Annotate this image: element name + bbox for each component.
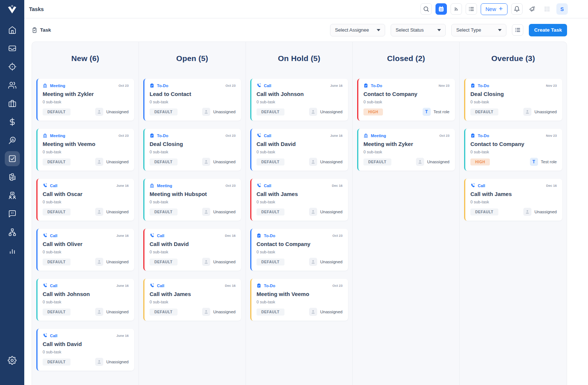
card-bottom-row: DEFAULT Unassigned (43, 208, 129, 216)
assignee-label: Unassigned (320, 310, 343, 314)
call-type-icon (43, 233, 47, 238)
sidebar-item-settings[interactable] (0, 351, 24, 370)
priority-badge: DEFAULT (470, 208, 498, 215)
task-card[interactable]: To-Do Nov 23 Contact to Company 0 sub-ta… (464, 129, 562, 171)
list-view-button[interactable] (512, 24, 523, 36)
kanban-column-new: New (6) Meeting Oct 23 Meeting with Zykl… (32, 42, 139, 385)
task-card[interactable]: To-Do Oct 23 Deal Closing 0 sub-task DEF… (143, 129, 241, 171)
task-type-label: To-Do (150, 133, 168, 138)
search-chart-icon (8, 136, 17, 145)
sidebar-item-meeting-users[interactable] (0, 186, 24, 204)
person-icon (309, 308, 317, 316)
person-icon (202, 308, 210, 316)
kanban-board: New (6) Meeting Oct 23 Meeting with Zykl… (32, 42, 567, 385)
sidebar-item-home[interactable] (0, 21, 24, 39)
create-task-button[interactable]: Create Task (529, 24, 567, 36)
user-avatar[interactable]: S (556, 3, 568, 15)
assignee-label: Unassigned (106, 360, 129, 364)
calendar-button[interactable] (435, 3, 447, 15)
sidebar-item-users[interactable] (0, 76, 24, 94)
column-header: New (6) (32, 42, 139, 63)
new-button[interactable]: New + (481, 3, 508, 15)
sidebar-item-comment[interactable] (0, 204, 24, 223)
signal-button[interactable] (451, 3, 462, 15)
task-card[interactable]: Meeting Oct 23 Meeting with Veemo 0 sub-… (36, 129, 134, 171)
subtask-count: 0 sub-task (470, 200, 557, 204)
plus-icon: + (499, 5, 503, 12)
person-icon (95, 108, 103, 116)
task-card[interactable]: To-Do Oct 23 Lead to Contact 0 sub-task … (143, 79, 241, 121)
subtask-count: 0 sub-task (43, 200, 129, 204)
list-button[interactable] (466, 3, 477, 15)
task-card[interactable]: Call June 16 Call with Johnson 0 sub-tas… (250, 79, 348, 121)
task-card[interactable]: Call Dec 16 Call with James 0 sub-task D… (464, 179, 562, 221)
assignee-label: Unassigned (106, 210, 129, 214)
assignee-filter-select[interactable]: Select Assignee (330, 24, 385, 36)
subtask-count: 0 sub-task (257, 200, 343, 204)
sidebar-item-target[interactable] (0, 57, 24, 76)
card-top-row: Call Dec 16 (470, 183, 557, 188)
apps-grid-button[interactable] (541, 3, 553, 15)
assignee: Unassigned (202, 258, 236, 266)
sidebar-item-search-chart[interactable] (0, 131, 24, 149)
assignee-label: Unassigned (106, 160, 129, 164)
priority-badge: DEFAULT (43, 158, 71, 165)
task-card[interactable]: To-Do Nov 23 Deal Closing 0 sub-task DEF… (464, 79, 562, 121)
notifications-button[interactable] (511, 3, 523, 15)
task-title: Contact to Company (470, 141, 557, 147)
assignee: Unassigned (202, 108, 236, 116)
task-card[interactable]: Meeting Oct 23 Meeting with Hubspot 0 su… (143, 179, 241, 221)
task-card[interactable]: To-Do Oct 23 Meeting with Veemo 0 sub-ta… (250, 279, 348, 321)
card-bottom-row: DEFAULT Unassigned (43, 308, 129, 316)
task-card[interactable]: Call June 16 Call with David 0 sub-task … (36, 329, 134, 371)
task-card[interactable]: Call June 16 Call with Oscar 0 sub-task … (36, 179, 134, 221)
task-type-label: To-Do (257, 233, 275, 238)
sidebar-item-briefcase[interactable] (0, 94, 24, 113)
task-type-label: Call (43, 333, 57, 338)
sidebar-item-inbox[interactable] (0, 39, 24, 57)
task-card[interactable]: To-Do Oct 23 Contact to Company 0 sub-ta… (250, 229, 348, 271)
sidebar-item-bar-chart[interactable] (0, 241, 24, 260)
column-header: Closed (2) (353, 42, 459, 63)
task-card[interactable]: Call June 16 Call with Oliver 0 sub-task… (36, 229, 134, 271)
task-title: Call with Oscar (43, 191, 129, 197)
chevron-down-icon (498, 29, 502, 31)
task-card[interactable]: Call June 16 Call with Johnson 0 sub-tas… (36, 279, 134, 321)
task-card[interactable]: To-Do Nov 23 Contact to Company 0 sub-ta… (357, 79, 455, 121)
sidebar-item-org-chart[interactable] (0, 223, 24, 241)
person-icon (202, 258, 210, 266)
sidebar-item-dollar[interactable] (0, 113, 24, 131)
assignee-label: Unassigned (534, 210, 557, 214)
task-card[interactable]: Meeting Oct 23 Meeting with Zyker 0 sub-… (357, 129, 455, 171)
task-title: Meeting with Hubspot (150, 191, 236, 197)
priority-badge: DEFAULT (150, 309, 178, 316)
status-filter-select[interactable]: Select Status (391, 24, 446, 36)
assignee-label: Unassigned (213, 310, 236, 314)
home-icon (8, 26, 17, 34)
task-due-date: Oct 23 (225, 184, 236, 188)
card-top-row: Meeting Oct 23 (43, 133, 129, 138)
subtask-count: 0 sub-task (43, 250, 129, 254)
task-card[interactable]: Call Dec 16 Call with David 0 sub-task D… (143, 229, 241, 271)
clipboard-icon (32, 27, 37, 33)
task-card[interactable]: Call Dec 16 Call with James 0 sub-task D… (143, 279, 241, 321)
task-card[interactable]: Meeting Oct 23 Meeting with Zykler 0 sub… (36, 79, 134, 121)
sidebar-item-pipeline[interactable] (0, 168, 24, 186)
card-bottom-row: DEFAULT Unassigned (43, 158, 129, 166)
task-card[interactable]: Call June 16 Call with David 0 sub-task … (250, 129, 348, 171)
subtask-count: 0 sub-task (257, 100, 343, 104)
type-filter-select[interactable]: Select Type (451, 24, 506, 36)
task-due-date: June 16 (330, 84, 343, 88)
card-top-row: Call June 16 (257, 83, 343, 88)
announcements-button[interactable] (526, 3, 538, 15)
assignee-label: Unassigned (106, 110, 129, 114)
meeting-type-icon (150, 183, 154, 188)
person-icon (202, 208, 210, 216)
sidebar-item-task-check[interactable] (0, 149, 24, 168)
app-logo[interactable] (0, 0, 24, 19)
search-button[interactable] (420, 3, 432, 15)
task-card[interactable]: Call Dec 16 Call with James 0 sub-task D… (250, 179, 348, 221)
card-bottom-row: DEFAULT Unassigned (150, 208, 236, 216)
assignee-label: Unassigned (213, 210, 236, 214)
card-top-row: Call Dec 16 (150, 283, 236, 288)
